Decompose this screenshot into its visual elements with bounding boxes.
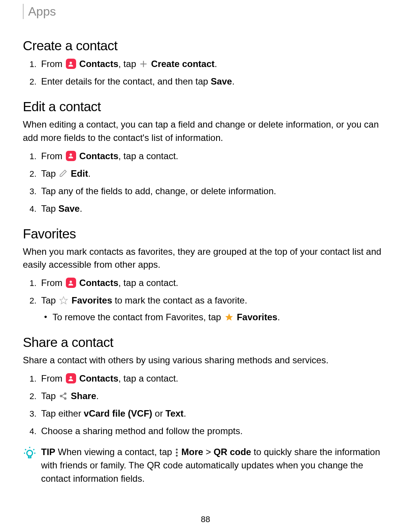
svg-line-15 bbox=[33, 449, 34, 450]
text: or bbox=[152, 408, 166, 419]
svg-point-18 bbox=[27, 450, 33, 456]
svg-point-4 bbox=[70, 281, 72, 283]
share-step-3: Tap either vCard file (VCF) or Text. bbox=[39, 407, 388, 420]
contacts-icon bbox=[66, 151, 76, 161]
create-contact-label: Create contact bbox=[151, 59, 215, 69]
contacts-label: Contacts bbox=[79, 278, 118, 288]
heading-create-contact: Create a contact bbox=[23, 38, 388, 53]
heading-share-contact: Share a contact bbox=[23, 335, 388, 350]
star-outline-icon bbox=[59, 296, 68, 305]
edit-step-4: Tap Save. bbox=[39, 202, 388, 216]
pencil-icon bbox=[59, 169, 67, 177]
text: Tap either bbox=[41, 408, 84, 419]
create-step-2: Enter details for the contact, and then … bbox=[39, 75, 388, 88]
tip-label: TIP bbox=[41, 447, 55, 457]
header-divider bbox=[23, 4, 24, 19]
svg-line-14 bbox=[25, 449, 26, 450]
text: . bbox=[277, 312, 280, 322]
star-filled-icon bbox=[225, 313, 234, 322]
text: Tap bbox=[41, 168, 58, 179]
text: , tap bbox=[118, 59, 139, 69]
edit-step-2: Tap Edit. bbox=[39, 167, 388, 181]
text: , tap a contact. bbox=[118, 278, 178, 288]
share-step-2: Tap Share. bbox=[39, 389, 388, 403]
create-step-1: From Contacts, tap Create contact. bbox=[39, 57, 388, 71]
favorites-label: Favorites bbox=[237, 312, 277, 322]
edit-description: When editing a contact, you can tap a fi… bbox=[23, 118, 388, 145]
favorites-step-1: From Contacts, tap a contact. bbox=[39, 276, 388, 290]
text: From bbox=[41, 151, 65, 161]
more-label: More bbox=[182, 447, 203, 457]
text: Tap bbox=[41, 295, 58, 305]
tip-icon-wrap bbox=[23, 446, 37, 462]
share-step-4: Choose a sharing method and follow the p… bbox=[39, 424, 388, 438]
contacts-label: Contacts bbox=[79, 373, 118, 383]
save-label: Save bbox=[58, 203, 80, 214]
text: Enter details for the contact, and then … bbox=[41, 76, 211, 86]
contacts-icon bbox=[66, 278, 76, 288]
share-icon bbox=[59, 392, 67, 400]
edit-step-3: Tap any of the fields to add, change, or… bbox=[39, 184, 388, 198]
more-dots-icon bbox=[176, 449, 178, 457]
text: . bbox=[232, 76, 235, 86]
favorites-step-2: Tap Favorites to mark the contact as a f… bbox=[39, 294, 388, 324]
text: . bbox=[80, 203, 82, 214]
text-label: Text bbox=[166, 408, 184, 419]
edit-step-1: From Contacts, tap a contact. bbox=[39, 149, 388, 163]
edit-label: Edit bbox=[71, 168, 88, 179]
heading-edit-contact: Edit a contact bbox=[23, 99, 388, 114]
svg-marker-6 bbox=[225, 313, 233, 321]
plus-icon bbox=[139, 60, 148, 68]
svg-line-11 bbox=[62, 394, 65, 396]
tip-box: TIP When viewing a contact, tap More > Q… bbox=[23, 446, 388, 485]
text: To remove the contact from Favorites, ta… bbox=[53, 312, 224, 322]
favorites-description: When you mark contacts as favorites, the… bbox=[23, 245, 388, 272]
svg-point-7 bbox=[70, 376, 72, 379]
contacts-icon bbox=[66, 373, 76, 383]
share-label: Share bbox=[71, 391, 96, 401]
text: , tap a contact. bbox=[118, 373, 178, 383]
share-steps-list: From Contacts, tap a contact. Tap Share.… bbox=[23, 372, 388, 438]
document-page: Apps Create a contact From Contacts, tap… bbox=[0, 0, 411, 500]
text: . bbox=[215, 59, 217, 69]
favorites-remove-item: To remove the contact from Favorites, ta… bbox=[53, 310, 388, 324]
svg-point-0 bbox=[70, 62, 72, 64]
svg-line-12 bbox=[62, 396, 65, 398]
svg-marker-5 bbox=[60, 297, 67, 304]
text: . bbox=[88, 168, 91, 179]
text: From bbox=[41, 278, 65, 288]
text: , tap a contact. bbox=[118, 151, 178, 161]
favorites-sublist: To remove the contact from Favorites, ta… bbox=[41, 310, 388, 324]
text: From bbox=[41, 59, 65, 69]
text: Tap bbox=[41, 203, 58, 214]
share-step-1: From Contacts, tap a contact. bbox=[39, 372, 388, 385]
vcf-label: vCard file (VCF) bbox=[84, 408, 152, 419]
qr-code-label: QR code bbox=[213, 447, 251, 457]
svg-point-3 bbox=[70, 153, 72, 156]
text: . bbox=[96, 391, 99, 401]
create-steps-list: From Contacts, tap Create contact. Enter… bbox=[23, 57, 388, 88]
contacts-label: Contacts bbox=[79, 151, 118, 161]
edit-steps-list: From Contacts, tap a contact. Tap Edit. … bbox=[23, 149, 388, 216]
breadcrumb-header: Apps bbox=[23, 4, 388, 19]
text: When viewing a contact, tap bbox=[55, 447, 175, 457]
contacts-icon bbox=[66, 59, 76, 69]
heading-favorites: Favorites bbox=[23, 226, 388, 241]
text: to mark the contact as a favorite. bbox=[112, 295, 247, 305]
lightbulb-icon bbox=[23, 455, 37, 461]
text: Tap bbox=[41, 391, 58, 401]
contacts-label: Contacts bbox=[79, 59, 118, 69]
text: > bbox=[203, 447, 213, 457]
breadcrumb: Apps bbox=[28, 5, 56, 19]
save-label: Save bbox=[211, 76, 232, 86]
favorites-steps-list: From Contacts, tap a contact. Tap Favori… bbox=[23, 276, 388, 324]
tip-text: TIP When viewing a contact, tap More > Q… bbox=[41, 446, 388, 485]
favorites-label: Favorites bbox=[72, 295, 112, 305]
share-description: Share a contact with others by using var… bbox=[23, 354, 388, 367]
text: From bbox=[41, 373, 65, 383]
text: . bbox=[183, 408, 186, 419]
page-number: 88 bbox=[0, 514, 411, 524]
